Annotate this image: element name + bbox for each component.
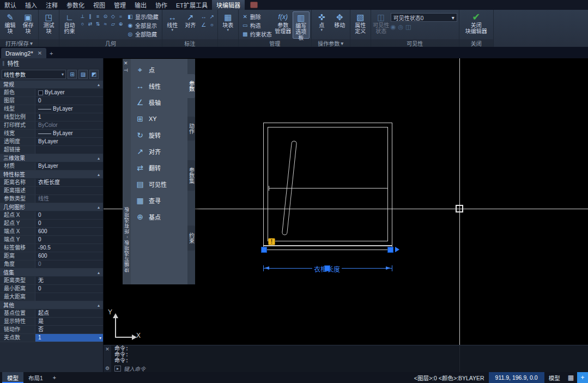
section-misc[interactable]: 其他 ▴: [0, 301, 103, 309]
dimension-label-grip[interactable]: [324, 265, 330, 271]
palette-item-alignment[interactable]: ↗ 对齐: [135, 145, 187, 157]
constraint-status-button[interactable]: ▩ 约束状态: [240, 30, 274, 38]
edit-block-button[interactable]: ✎ 编辑 块: [2, 11, 19, 39]
quick-select-icon[interactable]: ◩: [89, 70, 99, 79]
close-block-editor-button[interactable]: ✔ 关闭 块编辑器: [461, 11, 492, 39]
palette-item-xy[interactable]: ⊞ XY: [135, 113, 187, 125]
section-3d-effects[interactable]: 三维效果 ▴: [0, 154, 103, 162]
visibility-state-dropdown[interactable]: 可见性状态0 ▾: [391, 13, 457, 22]
wardrobe-bottom-rail[interactable]: [263, 246, 392, 250]
point-parameter-button[interactable]: ✜ 点 ▾: [313, 11, 330, 39]
palette-tab-parameter-sets[interactable]: 参数集: [187, 160, 195, 191]
panel-label-action-parameters[interactable]: 操作参数 ▾: [312, 39, 350, 47]
constraint-symmetric-icon[interactable]: ▱: [110, 21, 117, 28]
move-action-button[interactable]: ✥ 移动: [331, 11, 348, 39]
rod-end-bracket-right: [387, 186, 388, 191]
menu-tab-parametric[interactable]: 参数化: [62, 0, 89, 10]
hide-all-constraints-button[interactable]: ◎ 全部隐藏: [125, 30, 160, 38]
authoring-palettes-button[interactable]: ▥ 编写 选项板: [293, 11, 310, 39]
attribute-definition-button[interactable]: ▧ 属性 定义: [352, 11, 369, 39]
menu-tab-block-editor[interactable]: 块编辑器: [212, 0, 245, 10]
parameter-grip-right[interactable]: [387, 247, 393, 253]
block-table-button[interactable]: ▦ 块表 ▾: [220, 11, 237, 39]
palette-item-flip[interactable]: ⇄ 翻转: [135, 162, 187, 174]
menubar-extra-icon[interactable]: [250, 2, 258, 8]
palette-item-polar[interactable]: ∠ 极轴: [135, 96, 187, 108]
grid-toggle-icon[interactable]: ▦: [565, 372, 577, 383]
palette-item-point[interactable]: ⌖ 点: [135, 64, 187, 76]
select-objects-icon[interactable]: ▨: [78, 70, 88, 79]
drawing-canvas[interactable]: ! 衣柜长度 Y X ✕ ⊣ 块编写选项板 - 所有选项板 ⌖ 点 ↔ 线性: [104, 58, 588, 372]
command-close-icon[interactable]: ✕: [105, 346, 110, 352]
dim-angular-icon[interactable]: ∠: [200, 21, 208, 29]
palette-pin-icon[interactable]: ⊣: [124, 68, 128, 73]
section-geometry[interactable]: 几何图形 ▴: [0, 203, 103, 211]
menu-tab-insert[interactable]: 插入: [21, 0, 41, 10]
menu-tab-output[interactable]: 输出: [130, 0, 151, 10]
drawing-tab[interactable]: Drawing2* ✕: [1, 48, 46, 58]
constraint-horizontal-icon[interactable]: ⇄: [87, 21, 94, 28]
menu-tab-annotate[interactable]: 注释: [41, 0, 62, 10]
constraint-warning-icon[interactable]: !: [268, 238, 275, 245]
palette-close-icon[interactable]: ✕: [124, 60, 128, 66]
save-block-button[interactable]: ▣ 保存 块: [20, 11, 37, 39]
visibility-mode-icon[interactable]: ◫: [405, 23, 411, 31]
constraint-equal-icon[interactable]: =: [117, 13, 124, 20]
flip-arrow-icon[interactable]: [395, 247, 399, 252]
palette-tab-actions[interactable]: 动作: [187, 117, 195, 141]
constraint-vertical-icon[interactable]: ⇅: [94, 21, 101, 28]
panel-label-open-save[interactable]: 打开/保存 ▾: [0, 39, 38, 47]
constraint-perpendicular-icon[interactable]: ⊥: [79, 13, 86, 20]
make-invisible-icon[interactable]: ◎: [398, 23, 403, 31]
section-general[interactable]: 常规 ▴: [0, 81, 103, 89]
auto-constrain-button[interactable]: ∟ 自动 约束: [61, 11, 78, 39]
constraint-collinear-icon[interactable]: ≡: [94, 13, 101, 20]
collapse-icon: ▴: [98, 269, 100, 277]
model-tab[interactable]: 模型: [2, 372, 23, 383]
constraint-tangent-icon[interactable]: ○: [79, 21, 86, 28]
object-type-dropdown[interactable]: 线性参数 ▾: [2, 70, 66, 79]
show-all-constraints-button[interactable]: ◉ 全部显示: [125, 21, 160, 29]
constraint-coincident-icon[interactable]: ◇: [110, 13, 117, 20]
add-layout-button[interactable]: +: [48, 372, 61, 383]
constraint-concentric-icon[interactable]: ⊙: [102, 13, 109, 20]
palette-item-lookup[interactable]: ▦ 查寻: [135, 194, 187, 206]
parameter-manager-button[interactable]: f(x) 参数 管理器: [275, 11, 292, 39]
palette-tab-constraints[interactable]: 约束: [187, 226, 195, 251]
layout1-tab[interactable]: 布局1: [23, 372, 48, 383]
linear-constraint-button[interactable]: ↔ 线性 ▾: [164, 11, 181, 39]
palette-item-rotation[interactable]: ↻ 旋转: [135, 129, 187, 141]
section-value-set[interactable]: 值集 ▴: [0, 269, 103, 277]
command-customize-icon[interactable]: ⚙: [105, 366, 110, 371]
show-hide-constraints-button[interactable]: ◧ 显示/隐藏: [125, 13, 160, 21]
command-input[interactable]: ▸ 键入命令: [114, 364, 588, 372]
constraint-parallel-icon[interactable]: ∥: [87, 13, 94, 20]
menu-tab-express-tools[interactable]: ET扩展工具: [172, 0, 212, 10]
make-visible-icon[interactable]: ◉: [391, 23, 396, 31]
parameter-grip-left[interactable]: [261, 247, 267, 253]
aligned-constraint-button[interactable]: ↗ 对齐: [182, 11, 199, 39]
constraint-fix-icon[interactable]: ⊕: [117, 21, 124, 28]
constraint-smooth-icon[interactable]: ≈: [102, 21, 109, 28]
menu-tab-collaborate[interactable]: 协作: [151, 0, 172, 10]
section-property-labels[interactable]: 特性标签 ▴: [0, 171, 103, 179]
construction-geometry-button[interactable]: ▭ 构造: [240, 21, 274, 29]
dim-aligned-icon[interactable]: ↗: [208, 13, 216, 21]
visibility-states-button[interactable]: ◫ 可见性 状态: [373, 11, 390, 39]
palette-item-visibility[interactable]: ▤ 可见性: [135, 178, 187, 190]
model-space-toggle[interactable]: 模型: [544, 372, 565, 383]
delete-constraints-button[interactable]: ✕ 删除: [240, 13, 274, 21]
tab-close-icon[interactable]: ✕: [38, 50, 42, 56]
new-drawing-button[interactable]: +: [46, 48, 56, 58]
menu-tab-manage[interactable]: 管理: [110, 0, 130, 10]
toggle-pickadd-icon[interactable]: ⊞: [68, 70, 77, 79]
palette-item-basepoint[interactable]: ⊕ 基点: [135, 211, 187, 223]
palette-tab-parameters[interactable]: 参数: [187, 74, 195, 98]
menu-tab-default[interactable]: 默认: [0, 0, 21, 10]
status-accent-icon[interactable]: +: [577, 372, 588, 383]
dim-radial-icon[interactable]: ○: [208, 21, 216, 29]
test-block-button[interactable]: ◳ 测试 块: [40, 11, 57, 39]
palette-item-linear[interactable]: ↔ 线性: [135, 80, 187, 92]
dim-horizontal-icon[interactable]: ↔: [200, 13, 208, 21]
menu-tab-view[interactable]: 视图: [89, 0, 110, 10]
